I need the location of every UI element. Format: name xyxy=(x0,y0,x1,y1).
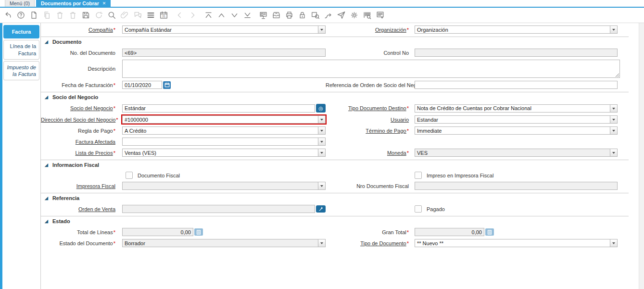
bp-address-value: #1000000 xyxy=(123,116,318,123)
description-textarea[interactable] xyxy=(122,60,620,78)
find-icon[interactable] xyxy=(107,11,116,20)
chevron-down-icon[interactable] xyxy=(318,26,325,33)
grand-total-field: 0,00 xyxy=(415,228,484,236)
currency-label[interactable]: Moneda* xyxy=(326,150,415,156)
settings-gear-icon[interactable] xyxy=(349,11,359,20)
chevron-down-icon[interactable] xyxy=(610,105,617,112)
chevron-down-icon[interactable] xyxy=(318,138,325,145)
section-referencia: ◢ Referencia xyxy=(45,195,639,201)
user-label[interactable]: Usuario xyxy=(326,117,415,123)
collapse-icon[interactable]: ◢ xyxy=(45,163,48,167)
documento-fiscal-checkbox[interactable] xyxy=(126,172,133,179)
payment-term-select[interactable]: Immediate xyxy=(415,126,618,135)
send-icon[interactable] xyxy=(336,11,346,20)
row-totals: Total de Líneas* 0,00 Gran Total* 0,00 xyxy=(41,228,639,236)
toggle-menu-icon[interactable] xyxy=(146,11,155,20)
sidebar-tab[interactable]: Impuesto de la Factura xyxy=(3,61,39,81)
record-info-icon: ◎ xyxy=(318,105,323,112)
history-calendar-icon[interactable]: 31 xyxy=(159,11,168,20)
calculator-icon xyxy=(196,230,201,235)
sidebar-tab[interactable]: Línea de la Factura xyxy=(3,40,39,60)
affected-invoice-select[interactable] xyxy=(122,138,326,146)
payment-term-label[interactable]: Término de Pago* xyxy=(326,128,415,134)
organization-select[interactable]: Organización xyxy=(415,25,618,34)
collapse-icon[interactable]: ◢ xyxy=(45,95,48,100)
close-icon[interactable]: ✕ xyxy=(102,1,106,6)
doc-type-target-select[interactable]: Nota de Crédito de Cuentas por Cobrar Na… xyxy=(415,104,618,113)
collapse-icon[interactable]: ◢ xyxy=(45,40,48,44)
row-status-doctype: Estado del Documento* Borrador Tipo de D… xyxy=(41,239,639,247)
zoom-across-icon[interactable] xyxy=(310,11,320,20)
company-label[interactable]: Compañía* xyxy=(41,27,122,33)
chevron-down-icon[interactable] xyxy=(318,239,325,247)
chevron-down-icon[interactable] xyxy=(610,239,617,247)
doc-type-value: ** Nuevo ** xyxy=(415,239,610,247)
save-icon[interactable] xyxy=(81,11,90,20)
sidebar-tab[interactable]: Factura xyxy=(3,25,39,38)
report-window-icon[interactable] xyxy=(375,11,385,20)
affected-invoice-label[interactable]: Factura Afectada xyxy=(41,139,122,145)
lock-icon[interactable] xyxy=(297,11,307,20)
company-select[interactable]: Compañía Estándar xyxy=(122,25,326,34)
bpartner-search-button[interactable]: ◎ xyxy=(316,104,326,113)
invoice-date-field[interactable]: 01/10/2020 xyxy=(122,81,162,89)
help-icon[interactable] xyxy=(16,11,25,20)
currency-select[interactable]: VES xyxy=(415,149,618,157)
copy-record-icon xyxy=(42,11,51,20)
row-affected-invoice: Factura Afectada xyxy=(41,138,639,146)
undo-icon[interactable] xyxy=(3,11,13,20)
payment-rule-select[interactable]: A Crédito xyxy=(122,126,326,135)
impreso-impresora-fiscal-checkbox[interactable] xyxy=(415,172,422,179)
collapse-icon[interactable]: ◢ xyxy=(45,196,48,201)
chevron-down-icon[interactable] xyxy=(318,149,325,156)
section-title: Documento xyxy=(52,39,82,45)
bp-order-ref-field[interactable] xyxy=(415,81,618,89)
doc-type-target-label[interactable]: Tipo Documento Destino* xyxy=(326,105,415,111)
first-record-icon[interactable] xyxy=(203,11,213,20)
calculator-button[interactable] xyxy=(194,228,203,236)
bp-address-label[interactable]: Dirección del Socio del Negocio* xyxy=(41,117,122,123)
product-info-icon[interactable] xyxy=(362,11,372,20)
doc-status-select[interactable]: Borrador xyxy=(122,239,326,247)
print-icon[interactable] xyxy=(284,11,294,20)
grand-total-label: Gran Total* xyxy=(326,229,415,235)
chevron-down-icon[interactable] xyxy=(318,182,325,189)
window-tab[interactable]: Documentos por Cobrar✕ xyxy=(36,0,111,7)
pagado-checkbox[interactable] xyxy=(415,205,422,213)
collapse-icon[interactable]: ◢ xyxy=(45,219,48,224)
price-list-label[interactable]: Lista de Precios* xyxy=(41,150,122,156)
doc-type-select[interactable]: ** Nuevo ** xyxy=(415,239,618,247)
sidebar-tabs: FacturaLínea de la FacturaImpuesto de la… xyxy=(2,23,41,289)
archive-icon[interactable] xyxy=(271,11,281,20)
price-list-select[interactable]: Ventas (VES) xyxy=(122,149,326,157)
chevron-down-icon[interactable] xyxy=(610,116,617,123)
bpartner-label[interactable]: Socio del Negocio* xyxy=(41,105,122,111)
section-title: Referencia xyxy=(52,195,79,201)
calculator-button[interactable] xyxy=(485,228,494,236)
new-record-icon[interactable] xyxy=(29,11,38,20)
next-record-icon[interactable] xyxy=(229,11,239,20)
vertical-scrollbar[interactable] xyxy=(639,23,644,289)
calendar-picker-button[interactable] xyxy=(163,81,171,89)
fiscal-printer-select[interactable] xyxy=(122,182,326,190)
last-record-icon[interactable] xyxy=(242,11,252,20)
doc-type-label[interactable]: Tipo de Documento* xyxy=(326,240,415,246)
window-tab[interactable]: Menú (0) xyxy=(5,0,35,7)
sales-order-zoom-button[interactable] xyxy=(316,205,326,213)
chevron-down-icon[interactable] xyxy=(318,116,325,123)
user-select[interactable]: Estandar xyxy=(415,115,618,124)
fiscal-doc-no-field xyxy=(415,182,618,190)
bp-address-select[interactable]: #1000000 xyxy=(122,115,326,124)
chevron-down-icon[interactable] xyxy=(610,149,617,156)
previous-record-icon[interactable] xyxy=(216,11,226,20)
fiscal-printer-label[interactable]: Impresora Fiscal xyxy=(41,183,122,189)
sales-order-label[interactable]: Orden de Venta xyxy=(41,206,122,212)
report-icon[interactable] xyxy=(258,11,268,20)
row-bpartner-doctype: Socio del Negocio* Estándar ◎ Tipo Docum… xyxy=(41,104,639,113)
chevron-down-icon[interactable] xyxy=(610,127,617,134)
chevron-down-icon[interactable] xyxy=(610,26,617,33)
workflow-icon[interactable] xyxy=(323,11,333,20)
bpartner-field[interactable]: Estándar xyxy=(122,104,315,113)
organization-label[interactable]: Organización* xyxy=(326,27,415,33)
chevron-down-icon[interactable] xyxy=(318,127,325,134)
